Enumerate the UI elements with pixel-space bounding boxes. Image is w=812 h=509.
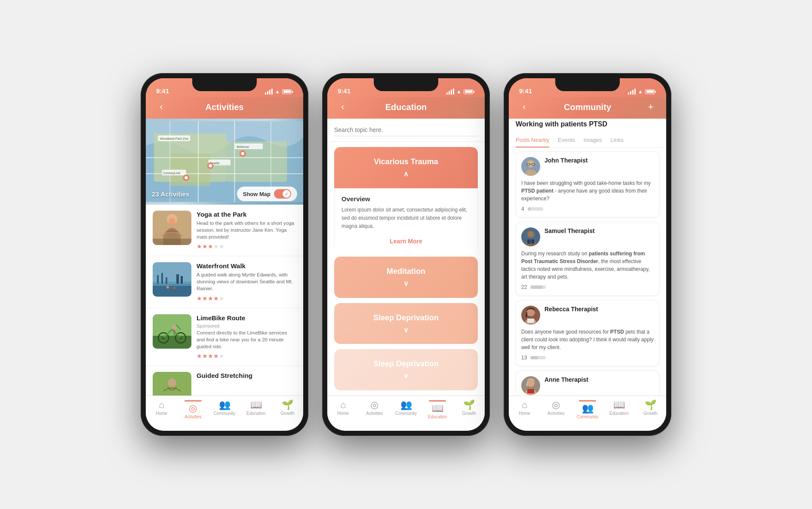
svg-point-46 <box>172 325 177 330</box>
anne-avatar-img <box>521 376 540 395</box>
activity-card-4[interactable]: Guided Stretching <box>146 366 303 396</box>
stretching-image <box>153 372 191 396</box>
activity-title-2: Waterfront Walk <box>197 262 296 270</box>
community-label-1: Community <box>214 411 236 416</box>
community-screen: Working with patients PTSD Posts Nearby … <box>509 119 666 396</box>
activities-header: ‹ Activities <box>146 97 303 119</box>
activity-stars-1: ★★★★★ <box>197 243 296 250</box>
svg-point-27 <box>169 218 175 225</box>
show-map-button[interactable]: Show Map ✓ <box>237 187 297 201</box>
activity-desc-1: Head to the park with others for a short… <box>197 220 296 240</box>
learn-more-btn[interactable]: Learn More <box>341 238 471 245</box>
samuel-avatar-img <box>521 227 540 246</box>
activity-card-2[interactable]: Waterfront Walk A guided walk along Myrt… <box>146 256 303 308</box>
home-label-2: Home <box>337 411 349 416</box>
links-tab[interactable]: Links <box>610 133 623 147</box>
status-icons-2: ▲ <box>446 89 474 95</box>
activities-screen: Woodland Park Zoo Bellevue Seattle Centu… <box>146 119 303 396</box>
phone-screen-3: 9:41 ▲ ‹ Com <box>509 78 666 431</box>
posts-nearby-tab[interactable]: Posts Nearby <box>516 133 549 147</box>
meditation-title: Meditation <box>387 267 425 276</box>
education-label-1: Education <box>246 411 265 416</box>
tab-home-1[interactable]: ⌂ Home <box>146 399 177 416</box>
sleep-header[interactable]: Sleep Deprivation ∨ <box>334 303 478 344</box>
tab-education-2[interactable]: 📖 Education <box>422 399 453 419</box>
home-label-3: Home <box>519 411 530 416</box>
notch-1 <box>192 78 257 91</box>
svg-rect-41 <box>153 314 191 336</box>
map-toggle[interactable]: ✓ <box>274 189 291 199</box>
tab-community-3[interactable]: 👥 Community <box>572 399 603 419</box>
map-count: 23 Activities <box>152 190 189 198</box>
activity-desc-3: Connect directly to the LimeBike service… <box>197 329 296 350</box>
card4-header[interactable]: Sleep Deprivation ∨ <box>334 349 478 390</box>
tab-education-3[interactable]: 📖 Education <box>603 399 635 416</box>
battery-icon-3 <box>645 89 656 94</box>
activity-img-4 <box>153 372 191 396</box>
activities-title: Activities <box>168 102 281 112</box>
tab-growth-1[interactable]: 🌱 Growth <box>272 399 303 416</box>
community-tab-bar: Posts Nearby Events Images Links <box>509 133 666 148</box>
activity-desc-2: A guided walk along Myrtle Edwards, with… <box>197 271 296 292</box>
images-tab[interactable]: Images <box>584 133 602 147</box>
tab-growth-3[interactable]: 🌱 Growth <box>635 399 666 416</box>
yoga-image <box>153 211 191 245</box>
activity-card-3[interactable]: LimeBike Route Sponsored Connect directl… <box>146 308 303 366</box>
status-icons-1: ▲ <box>265 89 293 95</box>
rebecca-post-footer: 13 <box>521 355 654 361</box>
rebecca-author: Rebecca Therapist <box>544 306 654 313</box>
john-avatar-img <box>521 157 540 176</box>
tab-bar-3: ⌂ Home ◎ Activities 👥 Community 📖 Educat… <box>509 396 666 431</box>
community-header: ‹ Community + <box>509 97 666 119</box>
community-topic-title: Working with patients PTSD <box>516 120 659 128</box>
battery-icon-1 <box>282 89 293 94</box>
tab-growth-2[interactable]: 🌱 Growth <box>453 399 485 416</box>
signal-icon-2 <box>446 89 454 95</box>
john-likes: 4 <box>521 206 524 212</box>
activity-card-1[interactable]: Yoga at the Park Head to the park with o… <box>146 205 303 256</box>
rebecca-likes: 13 <box>521 355 527 361</box>
tab-community-2[interactable]: 👥 Community <box>390 399 421 416</box>
post-header-john: John Therapist <box>521 157 654 176</box>
back-button-3[interactable]: ‹ <box>517 101 531 113</box>
search-input[interactable] <box>334 124 478 136</box>
avatar-samuel <box>521 227 540 246</box>
phone-education: 9:41 ▲ ‹ Edu <box>322 73 490 436</box>
activity-img-1 <box>153 211 191 245</box>
samuel-like-bar <box>530 285 546 289</box>
samuel-post-text: During my research study on patients suf… <box>521 250 654 281</box>
vicarious-title: Vicarious Trauma <box>374 157 438 166</box>
education-header: ‹ Education <box>327 97 485 119</box>
vicarious-header[interactable]: Vicarious Trauma ∧ <box>334 147 478 188</box>
svg-rect-32 <box>157 275 159 284</box>
back-button-2[interactable]: ‹ <box>336 101 350 113</box>
svg-rect-60 <box>529 239 532 244</box>
svg-text:CenturyLink: CenturyLink <box>163 171 180 175</box>
card4-chevron: ∨ <box>403 372 409 380</box>
map-area[interactable]: Woodland Park Zoo Bellevue Seattle Centu… <box>146 119 303 205</box>
home-icon-2: ⌂ <box>340 400 346 410</box>
tab-activities-1[interactable]: ◎ Activities <box>177 399 209 419</box>
svg-point-58 <box>528 231 534 237</box>
edu-card-vicarious: Vicarious Trauma ∧ Overview Lorem ipsum … <box>334 147 478 251</box>
rebecca-meta: Rebecca Therapist <box>544 306 654 325</box>
toggle-knob: ✓ <box>283 190 290 198</box>
tab-home-2[interactable]: ⌂ Home <box>327 399 359 416</box>
avatar-rebecca <box>521 306 540 325</box>
growth-label-1: Growth <box>280 411 294 416</box>
tab-activities-2[interactable]: ◎ Activities <box>359 399 390 416</box>
tab-community-1[interactable]: 👥 Community <box>209 399 240 416</box>
back-button-1[interactable]: ‹ <box>154 101 168 113</box>
post-card-rebecca: Rebecca Therapist Does anyone have good … <box>516 300 659 366</box>
meditation-header[interactable]: Meditation ∨ <box>334 257 478 298</box>
events-tab[interactable]: Events <box>558 133 575 147</box>
wifi-icon-3: ▲ <box>638 89 643 95</box>
education-list: Vicarious Trauma ∧ Overview Lorem ipsum … <box>327 142 485 396</box>
activity-title-3: LimeBike Route <box>197 314 296 322</box>
tab-activities-3[interactable]: ◎ Activities <box>540 399 572 416</box>
wifi-icon-2: ▲ <box>456 89 461 95</box>
add-button-3[interactable]: + <box>644 101 658 113</box>
tab-home-3[interactable]: ⌂ Home <box>509 399 540 416</box>
post-header-rebecca: Rebecca Therapist <box>521 306 654 325</box>
tab-education-1[interactable]: 📖 Education <box>240 399 272 416</box>
